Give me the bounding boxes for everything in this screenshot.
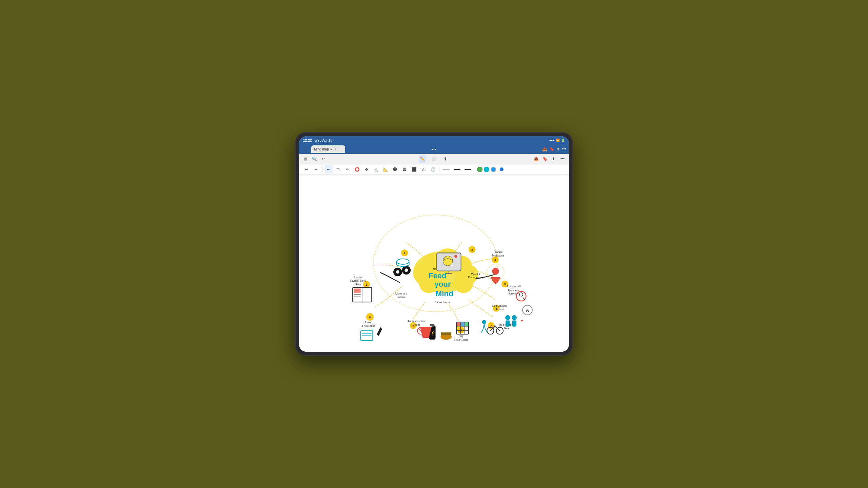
svg-point-105 — [482, 320, 486, 324]
svg-text:10: 10 — [369, 316, 371, 319]
svg-text:Practice: Practice — [494, 250, 503, 253]
camera-button[interactable]: ⬜ — [430, 155, 438, 163]
tab-mind-map[interactable]: Mind map ▾ × — [311, 145, 345, 153]
svg-text:⚡: ⚡ — [431, 331, 435, 335]
drawing-toolbar: ↩ ↪ ✒ ◻ ✏ ⭕ ✥ △ 📐 🅣 🖼 ⬛ 🖊 🕐 — [299, 164, 569, 175]
svg-text:Feed: Feed — [429, 271, 446, 280]
tab-title: Mind map — [314, 147, 329, 151]
svg-point-69 — [519, 293, 523, 296]
battery-icon: 🔋 — [561, 139, 565, 142]
svg-point-62 — [443, 256, 453, 266]
status-time: 12:22 — [303, 139, 312, 142]
share-icon[interactable]: 📤 — [542, 147, 547, 151]
svg-point-75 — [512, 315, 517, 320]
svg-text:Brain Games: Brain Games — [454, 338, 468, 341]
svg-text:Daily: Daily — [355, 283, 361, 286]
svg-text:Documentary: Documentary — [468, 276, 483, 279]
svg-text:3: 3 — [471, 248, 473, 251]
home-button[interactable]: ⌂ — [302, 145, 309, 153]
color-picker-button[interactable]: 🔵 — [497, 165, 506, 174]
image-button[interactable]: 🖼 — [400, 165, 409, 174]
handwriting-button[interactable]: 🖊 — [419, 165, 428, 174]
svg-rect-91 — [441, 332, 451, 335]
text-lasso-button[interactable]: 🅣 — [391, 165, 399, 174]
canvas-area[interactable]: 1 2 3 4 5 6 7 8 — [299, 175, 569, 352]
svg-text:Eat more whole: Eat more whole — [408, 320, 426, 323]
svg-text:Mind: Mind — [435, 289, 453, 298]
status-icons: ●●● 📶 🔋 — [549, 139, 565, 142]
svg-text:Read A: Read A — [354, 276, 362, 279]
shape-button[interactable]: △ — [372, 165, 380, 174]
svg-text:A: A — [526, 308, 529, 313]
status-bar: 12:22 Wed Apr 13 ●●● 📶 🔋 — [299, 136, 569, 144]
svg-point-63 — [454, 255, 457, 258]
color-cyan[interactable] — [484, 167, 489, 172]
share-toolbar-button[interactable]: ⬆ — [550, 155, 557, 163]
svg-point-57 — [396, 270, 399, 273]
mic-button[interactable]: 🎙 — [442, 155, 449, 163]
line-weight-medium[interactable] — [452, 168, 462, 170]
export-button[interactable]: 📤 — [532, 155, 540, 163]
lasso-button[interactable]: ⭕ — [353, 165, 361, 174]
svg-text:5: 5 — [504, 283, 506, 286]
pen-draw-button[interactable]: ✒ — [324, 165, 333, 174]
history-button[interactable]: 🕐 — [429, 165, 437, 174]
svg-rect-76 — [512, 320, 516, 326]
svg-text:❤: ❤ — [520, 319, 523, 323]
color-blue[interactable] — [491, 167, 496, 172]
tablet-screen: 12:22 Wed Apr 13 ●●● 📶 🔋 ⌂ Mind map ▾ × … — [299, 136, 569, 352]
svg-text:for wellness.: for wellness. — [435, 300, 450, 304]
svg-rect-101 — [457, 327, 460, 330]
bookmark-icon[interactable]: 🔖 — [549, 147, 554, 151]
tablet-device: 12:22 Wed Apr 13 ●●● 📶 🔋 ⌂ Mind map ▾ × … — [295, 132, 573, 356]
separator-2 — [439, 167, 439, 172]
more-icon[interactable]: ••• — [562, 147, 566, 151]
bookmark-toolbar-button[interactable]: 🔖 — [541, 155, 549, 163]
svg-text:Watch a: Watch a — [471, 272, 480, 276]
tab-bar-right-controls: 📤 🔖 ⬆ ••• — [542, 147, 566, 151]
svg-text:Podcast: Podcast — [397, 296, 406, 299]
svg-text:Play: Play — [458, 334, 463, 338]
svg-point-60 — [397, 259, 409, 264]
svg-text:Questions: Questions — [508, 289, 519, 292]
tab-close-button[interactable]: × — [335, 147, 336, 151]
mind-map-svg: 1 2 3 4 5 6 7 8 — [299, 175, 569, 352]
svg-rect-99 — [457, 323, 460, 326]
svg-text:4: 4 — [494, 259, 496, 262]
line-weight-thin[interactable] — [441, 168, 451, 170]
apps-button[interactable]: ⊞ — [302, 155, 309, 163]
svg-text:Ask yourself: Ask yourself — [507, 285, 521, 288]
svg-point-66 — [492, 268, 499, 274]
svg-rect-80 — [354, 288, 360, 292]
svg-text:Meditation: Meditation — [492, 254, 504, 257]
separator-3 — [475, 167, 475, 172]
color-green[interactable] — [477, 167, 482, 172]
screenshot-button[interactable]: ⬛ — [410, 165, 418, 174]
upload-icon[interactable]: ⬆ — [556, 147, 560, 151]
svg-rect-100 — [461, 323, 465, 326]
pointer-button[interactable]: ✥ — [362, 165, 371, 174]
pen-tool-button[interactable]: ✏️ — [419, 155, 426, 163]
back-button[interactable]: ← — [311, 155, 318, 163]
tab-bar: ⌂ Mind map ▾ × ••• 📤 🔖 ⬆ ••• — [299, 144, 569, 154]
tab-center-controls: ••• — [432, 147, 436, 151]
refresh-button[interactable]: ↩ — [319, 155, 327, 163]
svg-text:New: New — [504, 327, 510, 330]
svg-text:Learn: Learn — [365, 321, 372, 324]
svg-rect-74 — [506, 320, 510, 326]
wifi-icon: 📶 — [556, 139, 560, 142]
svg-text:Physical Book: Physical Book — [350, 279, 366, 282]
signal-icon: ●●● — [549, 139, 555, 142]
svg-point-73 — [505, 315, 510, 320]
svg-rect-102 — [465, 323, 468, 326]
undo-button[interactable]: ↩ — [302, 165, 311, 174]
svg-text:Help Another: Help Another — [492, 304, 507, 307]
ruler-button[interactable]: 📐 — [381, 165, 390, 174]
svg-point-59 — [405, 268, 408, 272]
pencil-button[interactable]: ✏ — [343, 165, 352, 174]
redo-button[interactable]: ↪ — [312, 165, 320, 174]
line-weight-thick[interactable] — [463, 168, 473, 170]
eraser-button[interactable]: ◻ — [334, 165, 342, 174]
svg-text:your: your — [434, 280, 451, 288]
overflow-menu-button[interactable]: ••• — [559, 155, 566, 163]
